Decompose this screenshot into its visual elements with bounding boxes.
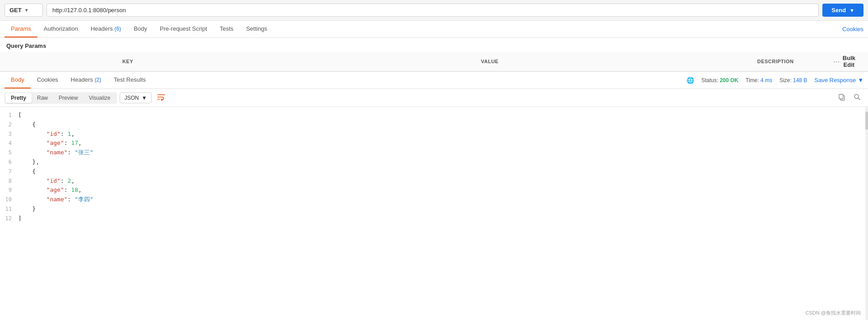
watermark: CSDN @鱼找水需要时间 (806, 310, 861, 316)
ellipsis-button[interactable]: ··· (833, 58, 840, 65)
tab-response-headers[interactable]: Headers (2) (65, 72, 107, 88)
bulk-edit-area: ··· Bulk Edit (833, 55, 862, 68)
time-label: Time: 4 ms (746, 77, 772, 83)
format-toolbar: Pretty Raw Preview Visualize JSON ▼ (0, 89, 868, 107)
tab-params[interactable]: Params (5, 21, 37, 37)
json-format-select[interactable]: JSON ▼ (120, 93, 152, 103)
status-code: 200 OK (720, 77, 738, 83)
method-select[interactable]: GET ▼ (5, 4, 43, 17)
col-header-value: VALUE (256, 52, 724, 71)
wrap-button[interactable] (154, 93, 168, 103)
format-tab-pretty[interactable]: Pretty (5, 93, 32, 103)
svg-rect-1 (839, 94, 843, 99)
send-label: Send (831, 7, 846, 14)
save-response-button[interactable]: Save Response ▼ (814, 77, 863, 83)
code-line-1: 1 [ (0, 111, 868, 120)
send-chevron-icon: ▼ (849, 8, 854, 13)
code-line-3: 3 "id": 1, (0, 130, 868, 139)
query-params-label: Query Params (0, 38, 868, 52)
code-line-6: 6 }, (0, 158, 868, 167)
tab-response-body[interactable]: Body (5, 72, 31, 88)
tab-tests[interactable]: Tests (214, 21, 240, 37)
code-line-7: 7 { (0, 167, 868, 176)
json-chevron-icon: ▼ (142, 95, 147, 101)
save-response-chevron-icon: ▼ (858, 77, 863, 83)
code-line-10: 10 "name": "李四" (0, 195, 868, 204)
format-tab-raw[interactable]: Raw (32, 93, 53, 103)
code-line-4: 4 "age": 17, (0, 139, 868, 148)
code-line-2: 2 { (0, 120, 868, 130)
method-chevron-icon: ▼ (24, 8, 29, 13)
url-bar: GET ▼ Send ▼ (0, 0, 868, 21)
bulk-edit-button[interactable]: Bulk Edit (843, 55, 855, 68)
response-tabs: Body Cookies Headers (2) Test Results 🌐 … (0, 72, 868, 89)
method-label: GET (9, 7, 22, 14)
format-tabs: Pretty Raw Preview Visualize (5, 92, 117, 104)
size-label: Size: 148 B (779, 77, 807, 83)
tab-settings[interactable]: Settings (240, 21, 274, 37)
code-line-8: 8 "id": 2, (0, 176, 868, 186)
code-line-12: 12 ] (0, 214, 868, 223)
status-area: 🌐 Status: 200 OK Time: 4 ms Size: 148 B … (686, 77, 863, 84)
tab-response-cookies[interactable]: Cookies (31, 72, 65, 88)
col-header-actions: ··· Bulk Edit (827, 52, 868, 71)
params-table: KEY VALUE DESCRIPTION ··· Bulk Edit (0, 52, 868, 71)
tab-prerequest[interactable]: Pre-request Script (154, 21, 214, 37)
col-header-key: KEY (0, 52, 256, 71)
tab-headers[interactable]: Headers (6) (84, 21, 127, 37)
send-button[interactable]: Send ▼ (822, 4, 863, 17)
size-value: 148 B (793, 77, 807, 83)
format-tab-preview[interactable]: Preview (53, 93, 84, 103)
code-line-11: 11 } (0, 204, 868, 214)
tab-test-results[interactable]: Test Results (107, 72, 152, 88)
time-value: 4 ms (761, 77, 772, 83)
request-tabs: Params Authorization Headers (6) Body Pr… (0, 21, 868, 38)
tab-body[interactable]: Body (127, 21, 154, 37)
copy-button[interactable] (835, 92, 848, 104)
code-line-9: 9 "age": 18, (0, 186, 868, 195)
code-line-5: 5 "name": "张三" (0, 148, 868, 158)
search-button[interactable] (851, 92, 863, 104)
scrollbar-thumb[interactable] (865, 111, 868, 130)
scrollbar[interactable] (865, 107, 868, 320)
tab-authorization[interactable]: Authorization (37, 21, 84, 37)
url-input[interactable] (47, 4, 819, 17)
status-label: Status: 200 OK (701, 77, 738, 83)
col-header-description: DESCRIPTION (724, 52, 827, 71)
code-area[interactable]: 1 [ 2 { 3 "id": 1, 4 "age": 17, 5 "name"… (0, 107, 868, 320)
format-tab-visualize[interactable]: Visualize (84, 93, 116, 103)
cookies-link[interactable]: Cookies (842, 21, 863, 37)
globe-icon: 🌐 (686, 77, 694, 84)
svg-line-3 (858, 98, 860, 100)
